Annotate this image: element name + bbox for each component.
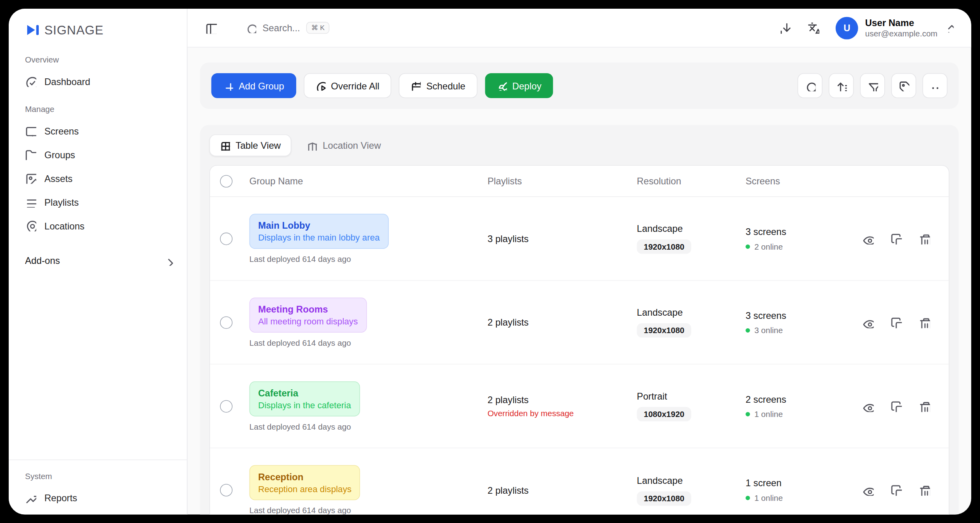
- sidebar-item-assets[interactable]: Assets: [9, 166, 187, 190]
- user-email: user@example.com: [865, 29, 937, 38]
- tab-location-view[interactable]: Location View: [297, 135, 392, 156]
- duplicate-button[interactable]: [891, 400, 902, 411]
- resolution-badge: 1920x1080: [637, 239, 691, 254]
- sidebar-item-label: Reports: [44, 492, 77, 503]
- copy-icon: [891, 400, 902, 411]
- sidebar-item-playlists[interactable]: Playlists: [9, 190, 187, 214]
- override-text: Overridden by message: [488, 409, 637, 418]
- view-button[interactable]: [863, 316, 874, 328]
- resolution-badge: 1080x1920: [637, 407, 691, 421]
- tab-label: Table View: [236, 140, 281, 151]
- resolution-badge: 1920x1080: [637, 323, 691, 337]
- playlists-count: 3 playlists: [488, 233, 637, 244]
- search-input[interactable]: Search... ⌘ K: [246, 22, 329, 34]
- sidebar-item-groups[interactable]: Groups: [9, 142, 187, 166]
- row-checkbox[interactable]: [220, 400, 233, 413]
- last-deployed-text: Last deployed 614 days ago: [250, 254, 488, 263]
- brand-logo[interactable]: SIGNAGE: [9, 23, 187, 44]
- logo-icon: [25, 23, 40, 38]
- orientation-text: Landscape: [637, 307, 745, 318]
- tab-label: Location View: [323, 140, 381, 151]
- group-card[interactable]: Meeting Rooms All meeting room displays: [250, 297, 367, 332]
- group-card[interactable]: Cafeteria Displays in the cafeteria: [250, 381, 360, 416]
- row-checkbox[interactable]: [220, 232, 233, 245]
- sidebar-item-addons[interactable]: Add-ons: [9, 248, 187, 273]
- download-icon: [779, 22, 791, 34]
- duplicate-button[interactable]: [891, 485, 902, 496]
- user-menu[interactable]: U User Name user@example.com: [836, 17, 954, 39]
- trash-icon: [919, 316, 930, 328]
- sidebar-item-reports[interactable]: Reports: [9, 486, 187, 510]
- group-card[interactable]: Reception Reception area displays: [250, 465, 360, 500]
- avatar: U: [836, 17, 858, 39]
- sidebar-item-screens[interactable]: Screens: [9, 119, 187, 142]
- group-description: Reception area displays: [258, 484, 352, 494]
- screens-count: 2 screens: [745, 394, 846, 404]
- view-button[interactable]: [863, 485, 874, 496]
- group-name-cell: Meeting Rooms All meeting room displays …: [240, 297, 488, 347]
- schedule-label: Schedule: [426, 80, 465, 91]
- filter-button[interactable]: [860, 73, 885, 98]
- delete-button[interactable]: [919, 316, 930, 328]
- sidebar-item-dashboard[interactable]: Dashboard: [9, 69, 187, 93]
- sidebar-item-label: Assets: [44, 173, 72, 184]
- ellipsis-icon: [930, 80, 940, 91]
- screens-count: 3 screens: [745, 226, 846, 237]
- list-icon: [25, 196, 36, 207]
- sort-button[interactable]: [829, 73, 853, 98]
- add-group-button[interactable]: Add Group: [211, 73, 296, 98]
- table-row: Cafeteria Displays in the cafeteria Last…: [210, 364, 949, 448]
- group-description: Displays in the main lobby area: [258, 232, 380, 242]
- groups-section: Table View Location View Group Name Play…: [200, 125, 959, 515]
- override-all-button[interactable]: Override All: [303, 73, 391, 98]
- chevron-right-icon: [163, 256, 173, 265]
- group-description: Displays in the cafeteria: [258, 400, 351, 410]
- playlists-count: 2 playlists: [488, 317, 637, 328]
- row-actions: [846, 233, 949, 244]
- resolution-cell: Landscape 1920x1080: [637, 475, 745, 505]
- resolution-cell: Landscape 1920x1080: [637, 223, 745, 254]
- group-card[interactable]: Main Lobby Displays in the main lobby ar…: [250, 214, 389, 248]
- search-groups-button[interactable]: [797, 73, 822, 98]
- group-actions-toolbar: Add Group Override All Schedule Deploy: [200, 63, 959, 109]
- language-button[interactable]: [808, 22, 819, 34]
- delete-button[interactable]: [919, 233, 930, 244]
- online-count: 1 online: [754, 493, 783, 503]
- toolbar-icon-buttons: [797, 73, 947, 98]
- top-bar: Search... ⌘ K U User Name user@example: [187, 9, 971, 47]
- tag-button[interactable]: [891, 73, 916, 98]
- sidebar-item-label: Locations: [44, 220, 84, 231]
- dashboard-icon: [25, 76, 36, 87]
- row-checkbox[interactable]: [220, 316, 233, 329]
- groups-table: Group Name Playlists Resolution Screens …: [209, 165, 949, 514]
- duplicate-button[interactable]: [891, 316, 902, 328]
- delete-button[interactable]: [919, 485, 930, 496]
- view-button[interactable]: [863, 400, 874, 411]
- online-count: 2 online: [754, 242, 783, 251]
- download-button[interactable]: [779, 22, 791, 34]
- sidebar-item-locations[interactable]: Locations: [9, 214, 187, 237]
- playlists-cell: 2 playlists: [488, 485, 637, 496]
- sidebar-toggle-button[interactable]: [205, 22, 217, 34]
- sidebar-item-label: Playlists: [44, 197, 79, 207]
- row-checkbox[interactable]: [220, 484, 233, 496]
- deploy-button[interactable]: Deploy: [485, 73, 553, 98]
- tab-table-view[interactable]: Table View: [209, 135, 291, 156]
- view-button[interactable]: [863, 233, 874, 244]
- more-options-button[interactable]: [923, 73, 948, 98]
- online-count: 1 online: [754, 409, 783, 419]
- select-all-checkbox[interactable]: [220, 175, 233, 188]
- eye-icon: [863, 233, 874, 244]
- last-deployed-text: Last deployed 614 days ago: [250, 422, 488, 431]
- row-actions: [846, 400, 949, 411]
- add-group-label: Add Group: [239, 80, 284, 91]
- delete-button[interactable]: [919, 400, 930, 411]
- search-icon: [805, 80, 815, 91]
- sidebar-system-section: System Reports: [9, 460, 187, 515]
- schedule-button[interactable]: Schedule: [399, 73, 477, 98]
- user-info: User Name user@example.com: [865, 17, 937, 38]
- copy-icon: [891, 485, 902, 496]
- duplicate-button[interactable]: [891, 233, 902, 244]
- content: Add Group Override All Schedule Deploy: [187, 47, 971, 514]
- table-grid-icon: [220, 140, 230, 150]
